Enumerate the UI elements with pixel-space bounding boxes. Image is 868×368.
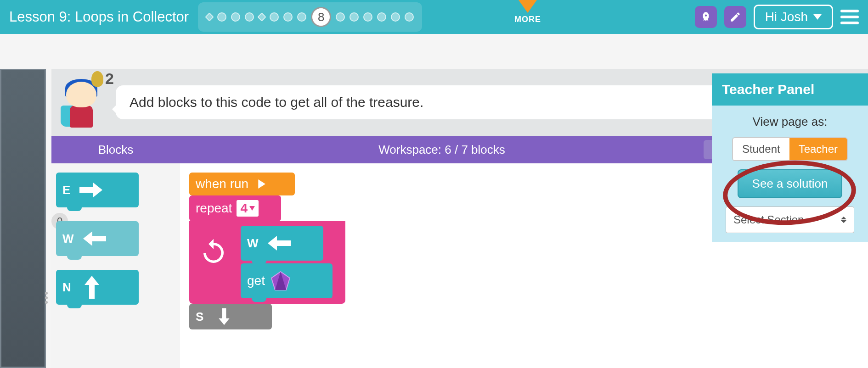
blocks-header: Blocks	[51, 143, 180, 157]
toolbox: E 0 W N	[51, 163, 180, 368]
workspace-header: Workspace: 6 / 7 blocks	[180, 143, 704, 157]
repeat-count-value: 4	[240, 201, 248, 216]
progress-pill[interactable]	[363, 12, 372, 22]
hint-count: 2	[105, 70, 114, 88]
progress-pill[interactable]	[283, 12, 293, 22]
lesson-title: Lesson 9: Loops in Collector	[9, 9, 189, 25]
progress-pill[interactable]	[205, 12, 214, 22]
direction-label: N	[62, 280, 71, 295]
app-header: Lesson 9: Loops in Collector 8 MORE Hi J…	[0, 0, 868, 34]
view-as-label: View page as:	[753, 115, 828, 129]
progress-pill[interactable]	[231, 12, 240, 22]
direction-label: W	[62, 232, 74, 246]
user-menu[interactable]: Hi Josh	[754, 5, 833, 29]
hamburger-icon	[840, 10, 859, 12]
arrow-left-icon	[265, 234, 293, 252]
move-west-block-nested[interactable]: W	[241, 226, 323, 261]
triangle-down-icon	[519, 0, 537, 13]
progress-bar: 8	[198, 2, 422, 32]
progress-pill[interactable]	[377, 12, 386, 22]
character-avatar[interactable]: 2	[61, 77, 102, 128]
direction-label: W	[247, 236, 259, 251]
progress-pill[interactable]	[270, 12, 279, 22]
more-marker[interactable]: MORE	[514, 0, 541, 24]
hint-badge[interactable]: 2	[91, 70, 114, 88]
progress-pill[interactable]	[349, 12, 359, 22]
move-west-block[interactable]: W	[56, 221, 139, 256]
repeat-label: repeat	[196, 201, 232, 216]
progress-pill[interactable]	[336, 12, 345, 22]
more-label: MORE	[514, 15, 541, 24]
triangle-down-icon	[813, 14, 822, 20]
game-preview[interactable]	[0, 69, 46, 368]
hamburger-icon	[840, 22, 859, 24]
move-east-block[interactable]: E	[56, 173, 139, 207]
resize-handle[interactable]	[45, 292, 48, 304]
direction-label: S	[196, 310, 203, 324]
repeat-block[interactable]: repeat 4	[189, 195, 281, 221]
user-greeting: Hi Josh	[765, 10, 808, 24]
repeat-count-input[interactable]: 4	[237, 200, 259, 217]
hamburger-icon	[840, 16, 859, 18]
triangle-down-icon	[249, 206, 255, 211]
repeat-body[interactable]: W get	[189, 221, 345, 304]
arrow-right-icon	[77, 181, 105, 199]
get-block[interactable]: get	[241, 263, 333, 298]
arrow-up-icon	[83, 273, 101, 301]
when-run-block[interactable]: when run	[189, 173, 295, 195]
section-select[interactable]: Select Section	[726, 206, 854, 233]
direction-label: E	[62, 183, 70, 197]
progress-pill[interactable]	[391, 12, 400, 22]
header-right: Hi Josh	[695, 5, 859, 29]
section-select-label: Select Section	[733, 213, 804, 226]
rocket-icon	[700, 11, 712, 23]
progress-pill[interactable]	[257, 12, 266, 22]
move-north-block[interactable]: N	[56, 270, 139, 305]
get-label: get	[247, 273, 265, 288]
main-menu-button[interactable]	[840, 10, 859, 24]
select-arrows-icon	[841, 214, 846, 226]
progress-pill-current[interactable]: 8	[311, 7, 331, 27]
arrow-left-icon	[81, 229, 108, 248]
see-solution-button[interactable]: See a solution	[738, 169, 843, 198]
move-south-block[interactable]: S	[189, 304, 272, 329]
teacher-panel-title: Teacher Panel	[712, 73, 868, 106]
teacher-panel: Teacher Panel View page as: Student Teac…	[712, 73, 868, 242]
progress-pill[interactable]	[405, 12, 414, 22]
progress-pill[interactable]	[297, 12, 306, 22]
gem-icon	[270, 270, 292, 292]
progress-pill[interactable]	[217, 12, 226, 22]
lightbulb-icon	[91, 71, 103, 87]
pencil-icon	[729, 11, 741, 23]
teacher-option[interactable]: Teacher	[789, 138, 847, 160]
arrow-down-icon	[215, 307, 233, 327]
edit-button[interactable]	[724, 6, 746, 28]
loop-icon	[198, 238, 229, 268]
rocket-button[interactable]	[695, 6, 717, 28]
student-option[interactable]: Student	[733, 138, 789, 160]
view-toggle[interactable]: Student Teacher	[732, 137, 848, 161]
when-run-label: when run	[196, 177, 248, 191]
progress-pill[interactable]	[245, 12, 254, 22]
play-icon	[253, 176, 269, 192]
